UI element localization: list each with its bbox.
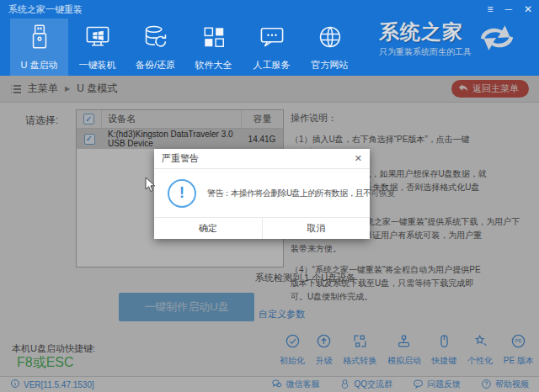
titlebar: 系统之家一键重装 ≡ ─ ✕ (0, 0, 539, 19)
chat-service-icon (259, 24, 286, 54)
warning-dialog: 严重警告 ✕ ! 警告：本操作将会删除U盘上的所有数据，且不可恢复 确定 取消 (154, 149, 370, 239)
dialog-titlebar: 严重警告 ✕ (154, 149, 370, 169)
dialog-body: ! 警告：本操作将会删除U盘上的所有数据，且不可恢复 (154, 169, 370, 217)
brand-tagline: 只为重装系统而生的工具 (379, 46, 472, 58)
globe-icon (317, 24, 344, 54)
brand-logo: 系统之家 只为重装系统而生的工具 (379, 20, 531, 58)
dialog-title: 严重警告 (162, 152, 199, 165)
usb-drive-icon (27, 24, 52, 54)
confirm-button[interactable]: 确定 (154, 218, 263, 239)
minimize-icon[interactable]: ─ (504, 0, 512, 19)
menu-icon[interactable]: ≡ (487, 0, 493, 19)
nav-item-usb-boot[interactable]: U 盘启动 (10, 19, 68, 76)
monitor-windows-icon (84, 24, 111, 54)
nav-label: 一键装机 (79, 59, 116, 72)
brand-name: 系统之家 (379, 20, 472, 44)
window-title: 系统之家一键重装 (8, 3, 83, 16)
cancel-button[interactable]: 取消 (263, 218, 371, 239)
dialog-close-icon[interactable]: ✕ (355, 153, 362, 164)
apps-grid-icon (201, 24, 227, 54)
nav-item-human-service[interactable]: 人工服务 (243, 19, 301, 76)
swirl-arrows-icon (475, 21, 519, 58)
nav-label: U 盘启动 (21, 59, 58, 72)
content-area: 主菜单 ▶ U 盘模式 返回主菜单 请选择: ✓ 设备名 容量 (0, 76, 539, 392)
dialog-footer: 确定 取消 (154, 217, 370, 239)
close-icon[interactable]: ✕ (524, 0, 532, 19)
nav-label: 官方网站 (312, 59, 349, 72)
nav-item-official-site[interactable]: 官方网站 (301, 19, 359, 76)
nav-item-software-center[interactable]: 软件大全 (184, 19, 243, 76)
database-restore-icon (142, 24, 169, 54)
nav-item-one-click-install[interactable]: 一键装机 (68, 19, 126, 76)
nav-item-backup-restore[interactable]: 备份/还原 (126, 19, 184, 76)
app-window: 系统之家一键重装 ≡ ─ ✕ U 盘启动 (0, 0, 539, 392)
warning-exclamation-icon: ! (168, 179, 196, 208)
nav-label: 备份/还原 (136, 59, 175, 72)
mouse-cursor (145, 177, 157, 197)
nav-label: 软件大全 (195, 59, 232, 72)
nav-label: 人工服务 (253, 59, 291, 72)
dialog-message: 警告：本操作将会删除U盘上的所有数据，且不可恢复 (207, 188, 395, 199)
